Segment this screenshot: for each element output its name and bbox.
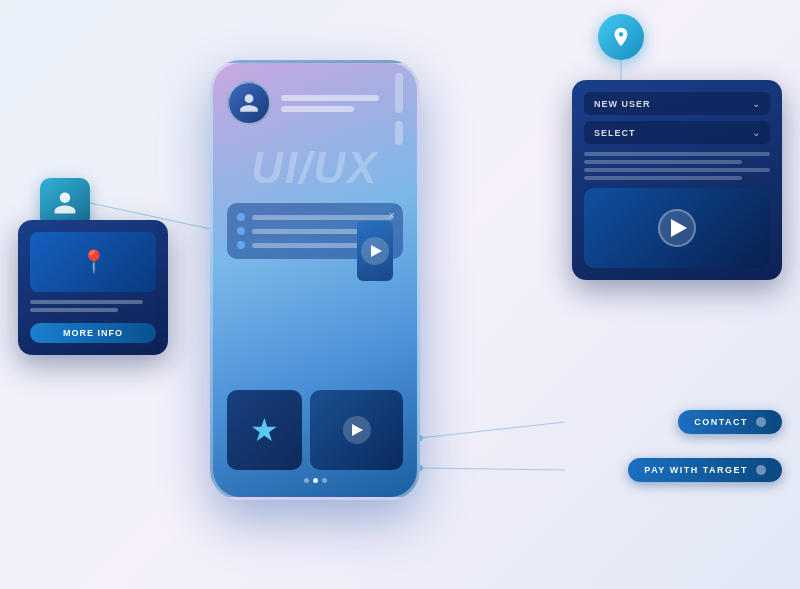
- phone-bottom-row: ★: [227, 390, 403, 470]
- right-video-panel: [584, 188, 770, 268]
- phone-header: [227, 81, 403, 125]
- scene: 📍 MORE INFO U: [0, 0, 800, 589]
- panel-line-3: [584, 168, 770, 172]
- contact-button-indicator: [756, 417, 766, 427]
- star-card: ★: [227, 390, 302, 470]
- phone-list-card: ×: [227, 203, 403, 259]
- svg-line-2: [420, 422, 565, 438]
- map-preview: 📍: [30, 232, 156, 292]
- phone-header-lines: [281, 95, 403, 112]
- phone-ui-ux-title: UI/UX: [227, 143, 403, 193]
- list-row-1: [237, 213, 393, 221]
- pay-with-target-button[interactable]: PAY WITH TARGET: [628, 458, 782, 482]
- chevron-down-icon-2: ⌄: [752, 127, 760, 138]
- svg-line-4: [420, 468, 565, 470]
- dropdown-select[interactable]: SELECT ⌄: [584, 121, 770, 144]
- map-pin-icon: 📍: [80, 249, 107, 275]
- panel-line-2: [584, 160, 742, 164]
- close-icon: ×: [389, 209, 395, 221]
- location-pin-icon: [598, 14, 644, 60]
- right-play-button[interactable]: [658, 209, 696, 247]
- right-play-triangle: [671, 219, 687, 237]
- right-panel: NEW USER ⌄ SELECT ⌄: [572, 80, 782, 280]
- list-dot-2: [237, 227, 245, 235]
- video-card: [310, 390, 403, 470]
- loc-line-2: [30, 308, 118, 312]
- list-dot-1: [237, 213, 245, 221]
- video-play-triangle: [352, 424, 363, 436]
- pin-svg: [610, 26, 632, 48]
- list-dot-3: [237, 241, 245, 249]
- more-info-button[interactable]: MORE INFO: [30, 323, 156, 343]
- dot-2: [313, 478, 318, 483]
- phone-line-2: [281, 106, 354, 112]
- star-icon: ★: [250, 411, 279, 449]
- phone-avatar-svg: [238, 92, 260, 114]
- phone-screen: UI/UX ×: [213, 63, 417, 497]
- chevron-down-icon-1: ⌄: [752, 98, 760, 109]
- panel-line-4: [584, 176, 742, 180]
- location-card: 📍 MORE INFO: [18, 220, 168, 355]
- dropdown-new-user[interactable]: NEW USER ⌄: [584, 92, 770, 115]
- dropdown-select-label: SELECT: [594, 128, 636, 138]
- card-play-triangle: [371, 245, 382, 257]
- list-bar-1: [252, 215, 393, 220]
- user-svg: [52, 190, 78, 216]
- phone-side-button-2: [395, 121, 403, 145]
- panel-line-1: [584, 152, 770, 156]
- contact-button-label: CONTACT: [694, 417, 748, 427]
- center-phone: UI/UX ×: [210, 60, 420, 500]
- contact-button[interactable]: CONTACT: [678, 410, 782, 434]
- dropdown-new-user-label: NEW USER: [594, 99, 651, 109]
- phone-side-button-1: [395, 73, 403, 113]
- location-lines: [30, 300, 156, 312]
- pay-button-label: PAY WITH TARGET: [644, 465, 748, 475]
- loc-line-1: [30, 300, 143, 304]
- phone-pagination-dots: [227, 478, 403, 483]
- card-video-thumb: [357, 221, 393, 281]
- card-play-btn: [361, 237, 389, 265]
- phone-line-1: [281, 95, 379, 101]
- phone-user-avatar: [227, 81, 271, 125]
- pay-button-indicator: [756, 465, 766, 475]
- panel-content-lines: [584, 152, 770, 180]
- dot-3: [322, 478, 327, 483]
- dot-1: [304, 478, 309, 483]
- video-play-btn: [343, 416, 371, 444]
